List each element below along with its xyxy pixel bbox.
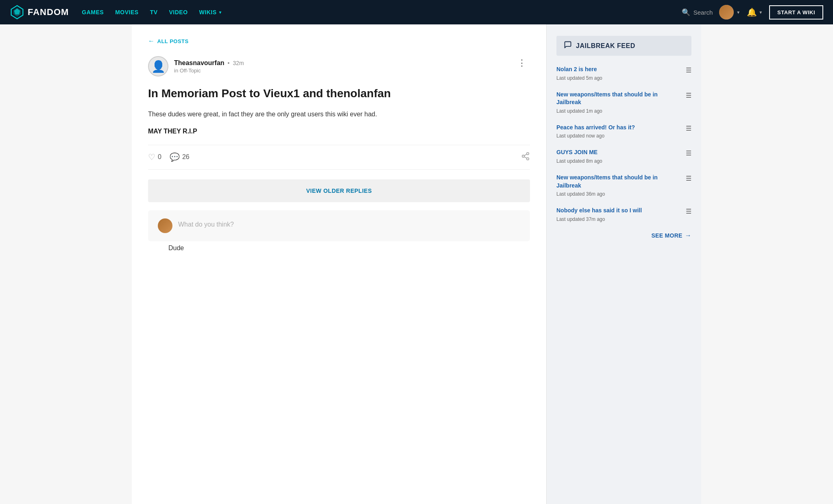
post-actions: ♡ 0 💬 26 bbox=[148, 145, 530, 170]
see-more-arrow-icon: → bbox=[685, 232, 691, 239]
see-more-button[interactable]: SEE MORE → bbox=[556, 232, 691, 239]
share-button[interactable] bbox=[521, 152, 530, 163]
post-title: In Memoriam Post to Vieux1 and thenolanf… bbox=[148, 86, 530, 101]
author-name[interactable]: Theasnavourfan bbox=[174, 59, 225, 67]
wikis-dropdown-icon: ▼ bbox=[218, 10, 222, 15]
heart-icon: ♡ bbox=[148, 152, 155, 162]
feed-item-5: Nobody else has said it so I will Last u… bbox=[556, 207, 691, 224]
nav-wikis[interactable]: WIKIS ▼ bbox=[199, 9, 222, 15]
feed-item-0-title[interactable]: Nolan 2 is here bbox=[556, 65, 602, 74]
feed-item-4-title[interactable]: New weapons/Items that should be in Jail… bbox=[556, 174, 682, 190]
post-bold-line: MAY THEY R.I.P bbox=[148, 128, 530, 135]
post-subtopic: in Off-Topic bbox=[174, 68, 244, 74]
see-more-label: SEE MORE bbox=[651, 232, 682, 239]
post-body: These dudes were great, in fact they are… bbox=[148, 109, 530, 120]
feed-item-2-menu-icon[interactable]: ☰ bbox=[686, 124, 691, 132]
feed-item-4-menu-icon[interactable]: ☰ bbox=[686, 174, 691, 182]
feed-item-1: New weapons/Items that should be in Jail… bbox=[556, 91, 691, 116]
feed-item-4-meta: Last updated 36m ago bbox=[556, 191, 682, 197]
comment-text-preview: Dude bbox=[148, 241, 530, 252]
back-link-label: ALL POSTS bbox=[157, 38, 189, 44]
feed-item-0-menu-icon[interactable]: ☰ bbox=[686, 65, 691, 74]
post-area: ← ALL POSTS 👤 Theasnavourfan • 32m in Of… bbox=[132, 24, 547, 504]
feed-item-1-title[interactable]: New weapons/Items that should be in Jail… bbox=[556, 91, 682, 107]
search-icon: 🔍 bbox=[682, 8, 690, 17]
notifications-bell[interactable]: 🔔 ▼ bbox=[747, 7, 763, 17]
feed-title: JAILBREAK FEED bbox=[576, 42, 635, 50]
bell-chevron-icon: ▼ bbox=[759, 10, 763, 15]
author-avatar-icon: 👤 bbox=[151, 60, 166, 73]
logo-text: FANDOM bbox=[28, 7, 69, 17]
action-group-left: ♡ 0 💬 26 bbox=[148, 152, 190, 162]
like-button[interactable]: ♡ 0 bbox=[148, 152, 161, 162]
back-arrow-icon: ← bbox=[148, 37, 155, 45]
feed-item-2-title[interactable]: Peace has arrived! Or has it? bbox=[556, 124, 635, 132]
back-link[interactable]: ← ALL POSTS bbox=[148, 37, 530, 45]
nav-games[interactable]: GAMES bbox=[82, 9, 104, 15]
post-time: • bbox=[228, 60, 230, 66]
feed-item-3: GUYS JOIN ME Last updated 8m ago ☰ bbox=[556, 148, 691, 166]
feed-item-2-meta: Last updated now ago bbox=[556, 133, 635, 139]
feed-item-5-menu-icon[interactable]: ☰ bbox=[686, 207, 691, 215]
feed-item-1-menu-icon[interactable]: ☰ bbox=[686, 91, 691, 99]
nav-movies[interactable]: MOVIES bbox=[115, 9, 138, 15]
post-timestamp: 32m bbox=[233, 60, 244, 66]
post-options-menu[interactable]: ⋮ bbox=[514, 56, 530, 70]
user-menu[interactable]: ▼ bbox=[719, 5, 740, 20]
comment-count: 26 bbox=[182, 153, 190, 161]
feed-header: JAILBREAK FEED bbox=[556, 36, 691, 56]
sidebar: JAILBREAK FEED Nolan 2 is here Last upda… bbox=[547, 24, 701, 504]
author-info: 👤 Theasnavourfan • 32m in Off-Topic bbox=[148, 56, 244, 76]
logo[interactable]: FANDOM bbox=[10, 5, 69, 20]
comment-button[interactable]: 💬 26 bbox=[170, 152, 190, 162]
avatar-image bbox=[719, 5, 734, 20]
author-details: Theasnavourfan • 32m in Off-Topic bbox=[174, 59, 244, 74]
feed-item-4: New weapons/Items that should be in Jail… bbox=[556, 174, 691, 199]
like-count: 0 bbox=[158, 153, 161, 161]
svg-line-6 bbox=[524, 154, 527, 156]
comment-icon: 💬 bbox=[170, 152, 180, 162]
start-wiki-button[interactable]: START A WIKI bbox=[769, 5, 823, 20]
user-chevron-icon: ▼ bbox=[736, 10, 740, 15]
comment-placeholder[interactable]: What do you think? bbox=[178, 218, 234, 228]
commenter-avatar bbox=[158, 218, 172, 233]
author-avatar: 👤 bbox=[148, 56, 168, 76]
feed-item-3-meta: Last updated 8m ago bbox=[556, 158, 602, 164]
nav-video[interactable]: VIDEO bbox=[169, 9, 188, 15]
feed-item-3-title[interactable]: GUYS JOIN ME bbox=[556, 148, 602, 157]
avatar bbox=[719, 5, 734, 20]
feed-item-0-meta: Last updated 5m ago bbox=[556, 75, 602, 81]
feed-item-5-title[interactable]: Nobody else has said it so I will bbox=[556, 207, 642, 215]
nav-tv[interactable]: TV bbox=[150, 9, 158, 15]
svg-line-5 bbox=[524, 157, 527, 158]
post-header: 👤 Theasnavourfan • 32m in Off-Topic ⋮ bbox=[148, 56, 530, 76]
search-label: Search bbox=[693, 9, 713, 16]
nav-links: GAMES MOVIES TV VIDEO WIKIS ▼ bbox=[82, 9, 222, 15]
main-layout: ← ALL POSTS 👤 Theasnavourfan • 32m in Of… bbox=[132, 24, 701, 504]
feed-icon bbox=[564, 41, 572, 51]
nav-right: 🔍 Search ▼ 🔔 ▼ START A WIKI bbox=[682, 5, 823, 20]
navbar: FANDOM GAMES MOVIES TV VIDEO WIKIS ▼ 🔍 S… bbox=[0, 0, 833, 24]
feed-item-2: Peace has arrived! Or has it? Last updat… bbox=[556, 124, 691, 141]
comment-box: What do you think? bbox=[148, 210, 530, 241]
view-older-replies-button[interactable]: VIEW OLDER REPLIES bbox=[148, 179, 530, 202]
feed-item-3-menu-icon[interactable]: ☰ bbox=[686, 148, 691, 157]
search-bar[interactable]: 🔍 Search bbox=[682, 8, 713, 17]
bell-icon: 🔔 bbox=[747, 7, 757, 17]
feed-item-5-meta: Last updated 37m ago bbox=[556, 216, 642, 222]
feed-item-1-meta: Last updated 1m ago bbox=[556, 108, 682, 114]
feed-item-0: Nolan 2 is here Last updated 5m ago ☰ bbox=[556, 65, 691, 83]
